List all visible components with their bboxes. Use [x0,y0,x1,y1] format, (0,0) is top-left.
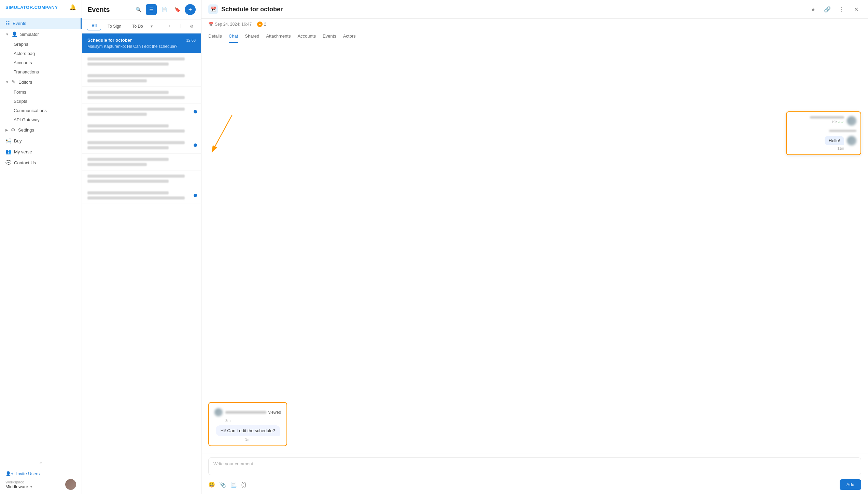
add-event-button[interactable]: + [185,4,196,15]
tab-accounts[interactable]: Accounts [297,30,316,43]
emoji-button[interactable]: 😀 [208,481,215,488]
dot-badge [194,194,197,197]
tab-details[interactable]: Details [208,30,222,43]
sidebar-item-simulator[interactable]: ▼ 👤 Simulator [0,29,82,40]
list-item[interactable] [82,53,201,70]
tab-attachments[interactable]: Attachments [266,30,291,43]
filter-all-button[interactable]: All [87,22,101,30]
hello-message-time: 11m [838,147,844,150]
close-button[interactable]: ✕ [851,4,861,14]
attach-button[interactable]: 📎 [219,481,226,488]
share-button[interactable]: 🔗 [822,4,832,14]
filter-to-do-button[interactable]: To Do [128,23,147,30]
user-avatar[interactable] [65,479,76,490]
grid-view-button[interactable]: 📄 [159,4,170,15]
collapse-sidebar-button[interactable]: « [5,458,76,468]
list-item[interactable] [82,70,201,87]
message-time: 3m [214,437,281,441]
sidebar-item-api-gateway[interactable]: API Gateway [0,115,82,124]
sidebar-item-my-verse[interactable]: 👥 My verse [0,146,82,157]
event-item-preview: Maksym Kapturenko: Hi! Can I edit the sc… [87,44,196,49]
add-person-icon: 👤+ [5,471,14,476]
meta-date: 📅 Sep 24, 2024; 16:47 [208,22,252,27]
sidebar-item-graphs[interactable]: Graphs [0,40,82,49]
logo-main: SIMULATOR [5,5,33,10]
list-item[interactable] [82,154,201,170]
viewed-label: viewed [268,410,281,415]
sidebar-item-settings[interactable]: ▶ ⚙ Settings [0,124,82,135]
chat-bubble-icon: 💬 [5,160,11,165]
sidebar-item-accounts[interactable]: Accounts [0,58,82,67]
sidebar-item-events[interactable]: ☷ Events [0,18,82,29]
tab-events[interactable]: Events [323,30,336,43]
invite-users-button[interactable]: 👤+ Invite Users [5,468,76,479]
add-comment-button[interactable]: Add [840,479,861,490]
filter-to-sign-button[interactable]: To Sign [103,23,125,30]
workspace-label: Workspace [5,480,33,484]
event-item-selected[interactable]: Schedule for october 12:06 Maksym Kaptur… [82,33,201,53]
bookmark-button[interactable]: 🔖 [172,4,183,15]
main-header-left: 📅 Schedule for october [208,4,283,14]
events-toolbar: 🔍 ☰ 📄 🔖 + [133,4,196,15]
sidebar-item-forms[interactable]: Forms [0,87,82,97]
notification-avatar [214,408,223,416]
code-button[interactable]: {;} [241,481,246,488]
list-item[interactable] [82,187,201,204]
events-list: Schedule for october 12:06 Maksym Kaptur… [82,33,201,494]
main-header-right: ★ 🔗 ⋮ ✕ [808,4,861,14]
sidebar-bottom: « 👤+ Invite Users Workspace Middleware ▼ [0,454,82,494]
sidebar-item-communications[interactable]: Communications [0,106,82,115]
chat-notification: viewed [214,407,281,418]
events-header: Events 🔍 ☰ 📄 🔖 + [82,0,201,19]
star-button[interactable]: ★ [808,4,818,14]
list-view-button[interactable]: ☰ [146,4,157,15]
grid-icon: ☷ [5,20,10,26]
tab-chat[interactable]: Chat [229,30,238,43]
list-item[interactable] [82,87,201,104]
comment-box: 😀 📎 📃 {;} Add [201,453,868,494]
list-item[interactable] [82,137,201,154]
dot-badge [194,143,197,147]
sidebar-item-label: Buy [14,138,22,143]
comment-toolbar: 😀 📎 📃 {;} Add [208,479,861,490]
tab-shared[interactable]: Shared [245,30,259,43]
right-side-messages: 19h ✓✓ Hello! 11m [786,111,861,155]
settings-filter-icon[interactable]: ⚙ [187,22,196,30]
notification-time: 3m [225,418,281,423]
chevron-down-icon: ▼ [29,485,33,489]
event-item-time: 12:06 [186,38,196,42]
chat-area: viewed 3m Hi! Can I edit the schedule? 3… [201,43,868,453]
pencil-icon: ✎ [12,79,16,85]
right-avatar-2 [847,136,856,146]
events-panel: Events 🔍 ☰ 📄 🔖 + All To Sign To Do ▼ + ⏐… [82,0,201,494]
blurred-text [810,116,844,119]
right-avatar-1 [847,116,856,126]
sidebar-item-buy[interactable]: 🛀 Buy [0,135,82,146]
sidebar-item-transactions[interactable]: Transactions [0,67,82,77]
main-header: 📅 Schedule for october ★ 🔗 ⋮ ✕ [201,0,868,19]
tab-actors[interactable]: Actors [343,30,356,43]
funnel-icon[interactable]: ⏐ [177,22,185,30]
notification-bell-icon[interactable]: 🔔 [69,4,76,11]
sidebar-item-scripts[interactable]: Scripts [0,97,82,106]
person-icon: 👤 [12,31,17,37]
search-button[interactable]: 🔍 [133,4,144,15]
sidebar-item-contact-us[interactable]: 💬 Contact Us [0,157,82,168]
comment-input[interactable] [208,457,861,475]
blurred-sub-content [791,130,856,132]
logo-accent: .COMPANY [33,5,58,10]
add-filter-button[interactable]: + [166,22,174,30]
list-item[interactable] [82,104,201,120]
more-options-button[interactable]: ⋮ [837,4,847,14]
format-button[interactable]: 📃 [230,481,237,488]
sidebar: SIMULATOR.COMPANY 🔔 ☷ Events ▼ 👤 Simulat… [0,0,82,494]
sidebar-item-editors[interactable]: ▼ ✎ Editors [0,77,82,87]
list-item[interactable] [82,120,201,137]
event-item-title: Schedule for october [87,38,132,43]
bag-icon: 🛀 [5,138,11,143]
logo: SIMULATOR.COMPANY [5,5,58,10]
workspace-name: Middleware [5,484,28,489]
main-area: 📅 Schedule for october ★ 🔗 ⋮ ✕ 📅 Sep 24,… [201,0,868,494]
sidebar-item-actors-bag[interactable]: Actors bag [0,49,82,58]
list-item[interactable] [82,170,201,187]
